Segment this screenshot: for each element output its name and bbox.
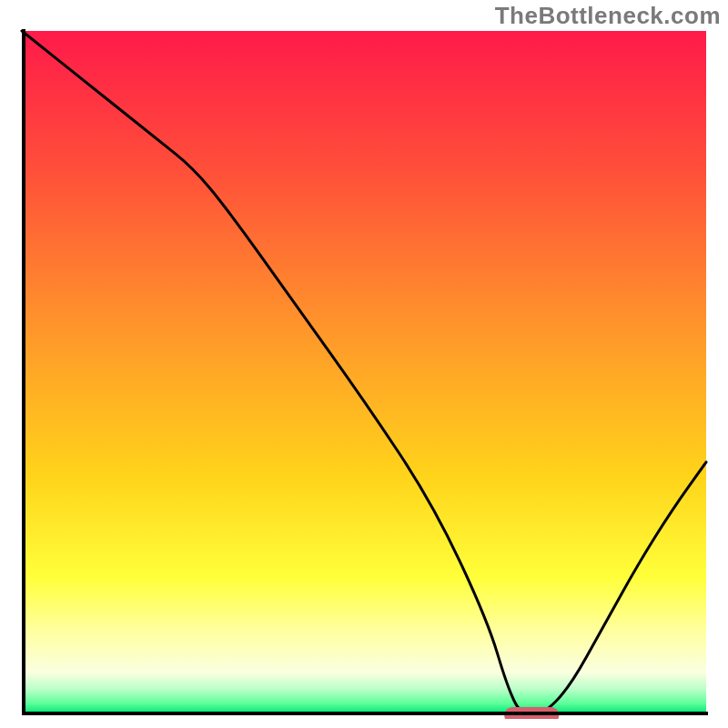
watermark-text: TheBottleneck.com [495, 2, 721, 30]
gradient-background [24, 31, 706, 713]
chart-container: TheBottleneck.com [0, 0, 728, 728]
plot-area [18, 27, 710, 719]
chart-svg [18, 27, 710, 719]
